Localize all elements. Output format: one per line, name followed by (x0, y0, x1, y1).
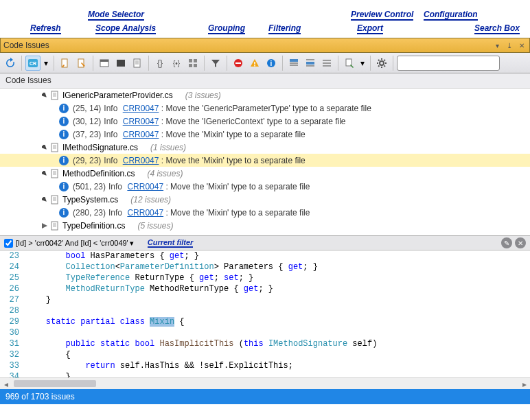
rule-link[interactable]: CRR0047 (123, 117, 159, 126)
export-button[interactable] (342, 56, 357, 71)
expander-icon[interactable] (41, 196, 48, 203)
group-solid-button[interactable] (113, 56, 128, 71)
svg-rect-52 (51, 170, 58, 178)
svg-rect-60 (51, 222, 58, 230)
svg-rect-44 (51, 91, 58, 100)
anno-grouping: Grouping (208, 23, 245, 34)
scroll-left-icon[interactable]: ◂ (0, 378, 12, 390)
config-button[interactable] (374, 56, 389, 71)
filter-edit-button[interactable]: ✎ (501, 237, 512, 248)
rule-link[interactable]: CRR0047 (123, 156, 159, 165)
anno-export: Export (357, 23, 383, 34)
anno-mode: Mode Selector (88, 10, 144, 21)
filter-bar: [Id] > 'crr0042' And [Id] < 'crr0049' ▾ … (0, 236, 530, 250)
scroll-right-icon[interactable]: ▸ (518, 378, 530, 390)
info-icon: i (59, 182, 69, 191)
svg-text:i: i (270, 60, 273, 67)
scroll-thumb[interactable] (14, 380, 96, 387)
svg-text:CR: CR (30, 61, 36, 66)
issue-entry[interactable]: i (37, 23) Info CRR0047 : Move the 'Mixi… (0, 128, 530, 141)
filter-expression[interactable]: [Id] > 'crr0042' And [Id] < 'crr0049' (16, 239, 128, 247)
svg-rect-7 (134, 59, 140, 67)
preview-list-button[interactable] (319, 56, 334, 71)
filter-info-button[interactable]: i (264, 56, 279, 71)
file-node[interactable]: IGenericParameterProvider.cs (3 issues) (0, 89, 530, 102)
svg-rect-6 (117, 60, 125, 67)
window-titlebar: Code Issues ▾ ⤓ ✕ (0, 38, 530, 53)
issue-entry[interactable]: i (280, 23) Info CRR0047 : Move the 'Mix… (0, 206, 530, 219)
svg-rect-30 (323, 62, 331, 64)
export-dropdown[interactable]: ▾ (358, 56, 367, 71)
search-box[interactable] (397, 56, 500, 71)
svg-rect-14 (194, 59, 197, 62)
file-icon (50, 91, 60, 100)
info-icon: i (59, 130, 69, 139)
issue-entry[interactable]: i (29, 23) Info CRR0047 : Move the 'Mixi… (0, 154, 530, 167)
group-doc-button[interactable] (130, 56, 145, 71)
info-icon: i (59, 104, 69, 113)
file-node[interactable]: TypeDefinition.cs (5 issues) (0, 219, 530, 232)
issue-entry[interactable]: i (25, 14) Info CRR0047 : Move the 'Gene… (0, 102, 530, 115)
filter-warning-button[interactable] (247, 56, 262, 71)
expander-icon[interactable] (41, 92, 48, 99)
expander-icon[interactable] (41, 222, 48, 229)
preview-top-button[interactable] (286, 56, 301, 71)
svg-rect-5 (100, 60, 108, 62)
file-node[interactable]: TypeSystem.cs (12 issues) (0, 193, 530, 206)
mode-dropdown[interactable]: ▾ (42, 56, 50, 71)
section-header: Code Issues (0, 73, 530, 89)
svg-rect-13 (189, 59, 192, 62)
current-filter-label: Current filter (148, 238, 194, 248)
group-braces-button[interactable]: {} (152, 56, 168, 71)
rule-link[interactable]: CRR0047 (123, 104, 159, 113)
anno-filtering: Filtering (268, 23, 301, 34)
svg-rect-27 (306, 62, 314, 65)
issue-tree[interactable]: IGenericParameterProvider.cs (3 issues) … (0, 89, 530, 236)
svg-rect-48 (51, 143, 58, 152)
status-text: 969 of 1703 issues (5, 392, 75, 401)
close-icon[interactable]: ✕ (517, 40, 527, 50)
svg-rect-19 (254, 62, 255, 65)
filter-funnel-button[interactable] (208, 56, 223, 71)
search-input[interactable] (403, 57, 506, 69)
expander-icon[interactable] (41, 144, 48, 151)
scope-folder-button[interactable] (74, 56, 89, 71)
filter-dropdown[interactable]: ▾ (130, 239, 134, 248)
svg-rect-25 (290, 65, 298, 66)
info-icon: i (59, 117, 69, 126)
group-dotbraces-button[interactable]: {•} (169, 56, 184, 71)
issue-entry[interactable]: i (501, 23) Info CRR0047 : Move the 'Mix… (0, 180, 530, 193)
filter-clear-button[interactable]: ✕ (515, 237, 526, 248)
filter-checkbox[interactable] (4, 239, 13, 248)
preview-middle-button[interactable] (303, 56, 318, 71)
svg-rect-23 (290, 59, 298, 62)
svg-rect-56 (51, 196, 58, 204)
info-icon: i (59, 156, 69, 165)
file-icon (50, 221, 60, 231)
code-preview[interactable]: 23 bool HasParameters { get; } 24 Collec… (0, 250, 530, 377)
svg-line-39 (384, 65, 386, 67)
svg-rect-28 (306, 65, 314, 67)
svg-rect-31 (323, 65, 331, 67)
scope-file-button[interactable] (58, 56, 73, 71)
group-grid-button[interactable] (185, 56, 200, 71)
file-icon (50, 169, 60, 178)
info-icon: i (59, 208, 69, 218)
refresh-button[interactable] (3, 56, 18, 71)
group-window-button[interactable] (97, 56, 112, 71)
rule-link[interactable]: CRR0047 (127, 208, 163, 218)
anno-scope: Scope Analysis (95, 23, 156, 34)
file-node[interactable]: MethodDefinition.cs (4 issues) (0, 167, 530, 180)
horizontal-scrollbar[interactable]: ◂ ▸ (0, 377, 530, 389)
issue-entry[interactable]: i (30, 12) Info CRR0047 : Move the 'IGen… (0, 115, 530, 128)
svg-text:{•}: {•} (173, 60, 181, 67)
window-menu-icon[interactable]: ▾ (492, 40, 502, 50)
rule-link[interactable]: CRR0047 (123, 130, 159, 139)
filter-error-button[interactable] (231, 56, 246, 71)
rule-link[interactable]: CRR0047 (127, 182, 163, 191)
expander-icon[interactable] (41, 170, 48, 177)
svg-rect-29 (323, 60, 331, 61)
pin-icon[interactable]: ⤓ (505, 40, 514, 50)
mode-cr-button[interactable]: CR (25, 56, 41, 71)
file-node[interactable]: IMethodSignature.cs (1 issues) (0, 141, 530, 154)
